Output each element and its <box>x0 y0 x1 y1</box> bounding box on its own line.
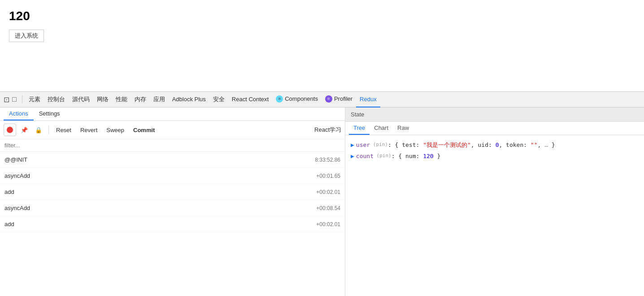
lock-button[interactable]: 🔒 <box>32 125 45 135</box>
right-panel: State Tree Chart Raw ▶ user (pin) : { te… <box>345 107 644 296</box>
action-time: 8:33:52.86 <box>315 157 340 163</box>
enter-system-button[interactable]: 进入系统 <box>9 30 44 42</box>
action-name: @@INIT <box>4 156 27 163</box>
state-header: State <box>345 107 644 122</box>
tab-sources[interactable]: 源代码 <box>69 91 93 107</box>
toolbar: 📌 🔒 Reset Revert Sweep Commit React学习 <box>0 121 345 139</box>
left-panel: Actions Settings 📌 🔒 Reset Revert Sweep … <box>0 107 345 296</box>
mobile-icon[interactable]: □ <box>12 95 17 103</box>
action-name: asyncAdd <box>4 172 30 179</box>
subtab-actions[interactable]: Actions <box>4 107 34 120</box>
tab-components[interactable]: ⚛ Components <box>272 91 322 107</box>
action-time: +00:01.65 <box>316 173 340 179</box>
devtools-bar: ⊡ □ 元素 控制台 源代码 网络 性能 内存 应用 Adblock Plus … <box>0 91 644 107</box>
state-content: ▶ user (pin) : { test: "我是一个测试的", uid: 0… <box>345 135 644 296</box>
tab-memory[interactable]: 内存 <box>131 91 150 107</box>
tree-key-user: user <box>356 141 370 150</box>
action-time: +00:02.01 <box>316 189 340 195</box>
action-item[interactable]: asyncAdd +00:01.65 <box>0 168 345 184</box>
toolbar-label: React学习 <box>314 126 341 134</box>
tree-key-count: count <box>356 152 374 161</box>
tree-row-count: ▶ count (pin) : { num: 120 } <box>351 152 639 161</box>
tab-profiler[interactable]: ⚛ Profiler <box>322 91 356 107</box>
filter-bar <box>0 139 345 152</box>
action-name: add <box>4 221 14 227</box>
tree-pin-user: (pin) <box>370 141 388 149</box>
tree-arrow-user[interactable]: ▶ <box>351 141 354 150</box>
tree-value-count: : { num: 120 } <box>392 152 441 161</box>
filter-input[interactable] <box>4 142 340 149</box>
action-name: asyncAdd <box>4 205 30 211</box>
tab-console[interactable]: 控制台 <box>44 91 69 107</box>
state-tab-raw[interactable]: Raw <box>393 122 413 135</box>
state-tabs: Tree Chart Raw <box>345 122 644 135</box>
action-item[interactable]: add +00:02.01 <box>0 184 345 200</box>
action-time: +00:02.01 <box>316 221 340 227</box>
pin-icon: 📌 <box>21 127 28 133</box>
toolbar-separator <box>48 125 49 134</box>
tab-network[interactable]: 网络 <box>93 91 112 107</box>
top-area: 120 进入系统 <box>0 0 644 47</box>
subtab-settings[interactable]: Settings <box>34 107 65 120</box>
separator <box>22 95 22 103</box>
cursor-icon[interactable]: ⊡ <box>4 95 9 104</box>
action-item[interactable]: add +00:02.01 <box>0 216 345 232</box>
pin-button[interactable]: 📌 <box>18 125 30 135</box>
action-item[interactable]: @@INIT 8:33:52.86 <box>0 152 345 168</box>
revert-button[interactable]: Revert <box>77 125 101 135</box>
react-components-icon: ⚛ <box>276 95 283 103</box>
react-profiler-icon: ⚛ <box>325 95 332 103</box>
tab-elements[interactable]: 元素 <box>25 91 44 107</box>
devtools-main: Actions Settings 📌 🔒 Reset Revert Sweep … <box>0 107 644 296</box>
sweep-button[interactable]: Sweep <box>103 125 128 135</box>
sub-tabs: Actions Settings <box>0 107 345 121</box>
state-tab-chart[interactable]: Chart <box>370 122 393 135</box>
tab-react-context[interactable]: React Context <box>228 91 272 107</box>
tree-row-user: ▶ user (pin) : { test: "我是一个测试的", uid: 0… <box>351 141 639 150</box>
tree-arrow-count[interactable]: ▶ <box>351 152 354 161</box>
tab-security[interactable]: 安全 <box>209 91 228 107</box>
record-button[interactable] <box>4 124 16 136</box>
record-icon <box>7 127 13 133</box>
tree-pin-count: (pin) <box>374 152 392 160</box>
action-time: +00:08.54 <box>316 205 340 211</box>
tab-application[interactable]: 应用 <box>150 91 169 107</box>
action-list: @@INIT 8:33:52.86 asyncAdd +00:01.65 add… <box>0 152 345 296</box>
action-name: add <box>4 189 14 195</box>
spacer <box>0 47 644 91</box>
action-item[interactable]: asyncAdd +00:08.54 <box>0 200 345 216</box>
tab-redux[interactable]: Redux <box>356 91 380 107</box>
reset-button[interactable]: Reset <box>52 125 75 135</box>
tree-value-user: : { test: "我是一个测试的", uid: 0, token: "", … <box>388 141 555 150</box>
lock-icon: 🔒 <box>35 127 42 133</box>
tab-performance[interactable]: 性能 <box>112 91 131 107</box>
state-tab-tree[interactable]: Tree <box>349 122 370 135</box>
page-number: 120 <box>9 9 635 23</box>
commit-button[interactable]: Commit <box>130 125 158 135</box>
tab-adblock[interactable]: Adblock Plus <box>169 91 209 107</box>
